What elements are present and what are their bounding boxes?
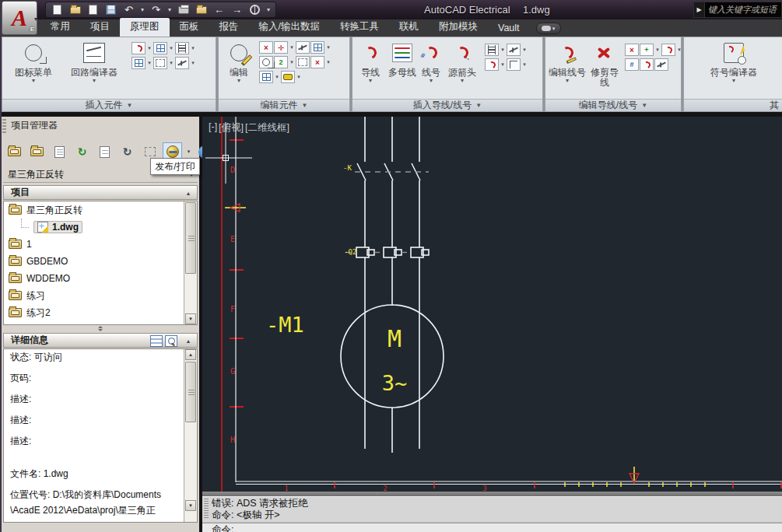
dropdown-icon[interactable]: ▾ [500, 61, 506, 68]
move-attribute-icon[interactable] [281, 71, 295, 83]
wire-number-swap-icon[interactable] [661, 44, 675, 56]
open-project-icon[interactable] [85, 3, 101, 17]
wire-button[interactable]: 导线 ▾ [356, 40, 385, 84]
tab-project[interactable]: 项目 [80, 18, 120, 37]
tab-vault[interactable]: Vault [488, 20, 530, 37]
ladder-add-icon[interactable]: + [640, 44, 654, 56]
tab-online[interactable]: 联机 [389, 18, 429, 37]
tab-conversion[interactable]: 转换工具 [330, 18, 389, 37]
redo-icon[interactable]: ↷ [148, 3, 164, 17]
new-project-button[interactable] [27, 142, 47, 161]
tree-item-project[interactable]: 1 [4, 236, 197, 253]
command-grip[interactable] [204, 499, 209, 519]
command-input[interactable]: 命令: [202, 523, 782, 532]
scrollbar-thumb[interactable] [185, 362, 196, 422]
delete-component-icon[interactable]: × [259, 41, 273, 54]
dropdown-icon[interactable]: ▾ [146, 45, 153, 51]
flip-wire-number-icon[interactable] [640, 58, 654, 71]
tree-splitter[interactable] [3, 325, 198, 332]
multiple-bus-button[interactable]: 多母线 [388, 40, 416, 78]
app-menu-dropdown-icon[interactable]: ▾ [34, 16, 37, 23]
dropdown-icon[interactable]: ▾ [325, 44, 331, 51]
drawing-canvas[interactable]: [-] [俯视] [二维线框] D E F G H [202, 117, 782, 492]
sheet-set-icon[interactable] [193, 3, 209, 17]
delete-wire-number-icon[interactable]: × [625, 44, 639, 56]
qat-customize-icon[interactable]: ▾ [265, 3, 272, 17]
back-icon[interactable]: ← [211, 3, 227, 17]
forward-icon[interactable]: → [229, 3, 245, 17]
tab-home[interactable]: 常用 [40, 18, 80, 37]
plot-icon[interactable] [175, 3, 191, 17]
tab-import-export[interactable]: 输入/输出数据 [249, 18, 330, 37]
dropdown-icon[interactable]: ▾ [500, 47, 506, 53]
dropdown-icon[interactable]: ▾ [676, 47, 682, 53]
new-file-icon[interactable] [49, 3, 65, 17]
panel-title-insert-wires[interactable]: 插入导线/线号 ▼ [352, 99, 542, 111]
dropdown-icon[interactable]: ▾ [325, 59, 331, 65]
dropdown-icon[interactable]: ▾ [274, 74, 280, 80]
scroll-up-icon[interactable]: ▲ [185, 349, 196, 360]
tree-item-drawing[interactable]: 1.dwg [4, 219, 197, 236]
insert-p02-icon[interactable] [132, 57, 146, 69]
surfer-icon[interactable] [310, 41, 324, 54]
publish-dropdown-icon[interactable]: ▾ [185, 149, 192, 155]
move-component-icon[interactable]: ✛ [274, 41, 288, 54]
dropdown-icon[interactable]: ▾ [168, 60, 174, 66]
swap-component-icon[interactable] [296, 41, 310, 54]
circuit-builder-button[interactable]: 回路编译器 ▾ [63, 40, 125, 84]
dropdown-icon[interactable]: ▾ [190, 45, 196, 51]
insert-terminal-icon[interactable] [175, 42, 189, 54]
tree-item-project[interactable]: GBDEMO [4, 253, 197, 270]
delete-attributes-icon[interactable]: × [310, 56, 324, 68]
dropdown-icon[interactable]: ▾ [296, 74, 302, 80]
visual-style-control[interactable]: [二维线框] [245, 121, 289, 135]
tab-reports[interactable]: 报告 [209, 18, 249, 37]
tree-scrollbar[interactable]: ▼ [184, 201, 197, 324]
search-input[interactable]: 键入关键字或短语 [705, 4, 781, 16]
panel-title-edit-wires[interactable]: 编辑导线/线号 ▼ [545, 99, 681, 111]
scroll-down-icon[interactable]: ▼ [185, 313, 196, 324]
dropdown-icon[interactable]: ▾ [521, 47, 528, 53]
redo-dropdown-icon[interactable]: ▾ [166, 3, 174, 17]
drawing-properties-button[interactable] [50, 142, 69, 161]
viewport-menu-control[interactable]: [-] [209, 121, 217, 135]
toggle-wire-number-icon[interactable] [654, 58, 668, 71]
tree-item-project[interactable]: WDDEMO [4, 270, 197, 287]
wire-tee-icon[interactable] [507, 58, 521, 71]
steering-wheel-icon[interactable] [247, 3, 263, 17]
save-icon[interactable] [103, 3, 119, 17]
tree-item-project[interactable]: 练习 [4, 287, 197, 304]
copy-component-icon[interactable] [259, 56, 273, 68]
tab-panel[interactable]: 面板 [170, 18, 209, 37]
edit-attributes-icon[interactable] [259, 71, 273, 83]
icon-menu-button[interactable]: 图标菜单 ▾ [9, 40, 58, 84]
projects-section-header[interactable]: 项目 ▲ [3, 185, 198, 200]
panel-title-insert-components[interactable]: 插入元件 ▼ [2, 99, 216, 111]
dropdown-icon[interactable]: ▾ [521, 61, 528, 68]
wire-number-button[interactable]: # 线号 ▾ [419, 40, 443, 84]
dropdown-icon[interactable]: ▾ [146, 60, 153, 66]
tab-schematic[interactable]: 原理图 [120, 18, 170, 37]
insert-dashed-link-icon[interactable] [153, 57, 167, 69]
retag-component-icon[interactable]: 2 [274, 56, 288, 68]
details-section-header[interactable]: 详细信息 ▲ [3, 333, 198, 348]
details-view-icon[interactable] [150, 335, 163, 347]
cloud-menu-button[interactable]: ▾ [536, 23, 561, 34]
details-scrollbar[interactable]: ▲ ▼ [184, 349, 197, 522]
dropdown-icon[interactable]: ▾ [289, 44, 295, 51]
edit-wire-number-button[interactable]: 编辑线号 ▾ [549, 40, 586, 84]
edit-component-button[interactable]: 编辑 ▾ [222, 40, 256, 84]
tree-item-project[interactable]: 练习2 [4, 304, 197, 321]
undo-icon[interactable]: ↶ [121, 3, 137, 17]
tree-item-project-active[interactable]: 星三角正反转 [4, 201, 197, 219]
trim-wire-button[interactable]: 修剪导线 [589, 40, 620, 88]
dropdown-icon[interactable]: ▾ [289, 59, 295, 65]
view-control[interactable]: [俯视] [219, 121, 244, 135]
source-arrow-button[interactable]: → 源箭头 ▾ [446, 40, 479, 84]
preview-view-icon[interactable] [165, 335, 177, 347]
tab-addins[interactable]: 附加模块 [429, 18, 488, 37]
symbol-builder-button[interactable]: 符号编译器 ▾ [704, 40, 763, 84]
refresh-button[interactable]: ↻ [72, 142, 92, 161]
dropdown-icon[interactable]: ▾ [654, 47, 661, 53]
update-retag-button[interactable]: ↻ [117, 142, 137, 161]
